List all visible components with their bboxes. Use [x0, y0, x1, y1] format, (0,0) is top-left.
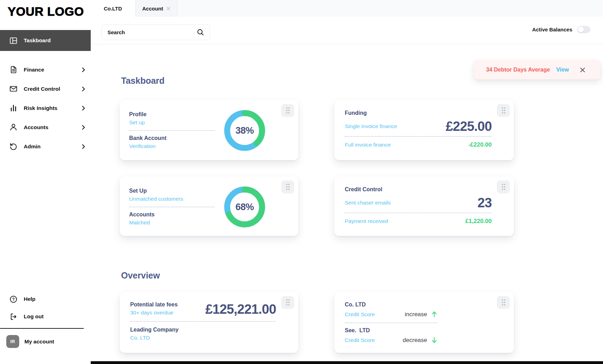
stat-label: Full invoice finance: [345, 142, 391, 148]
banner-close-icon[interactable]: [580, 67, 585, 73]
card-funding: Funding Single invoice finance £225.00 F…: [334, 100, 514, 160]
sidebar-item-admin[interactable]: Admin: [0, 137, 91, 156]
logout-icon: [9, 312, 18, 321]
sidebar-item-label: Log out: [24, 313, 44, 320]
sidebar-item-logout[interactable]: Log out: [0, 308, 91, 325]
sidebar-item-label: Finance: [24, 67, 44, 73]
tab-label: Account: [142, 6, 163, 12]
tab-close-icon[interactable]: [166, 7, 170, 10]
search-icon[interactable]: [196, 28, 204, 36]
active-balances-control: Active Balances: [532, 26, 590, 33]
stat-value: £225.00: [446, 120, 492, 133]
donut-percent-label: 68%: [224, 186, 266, 228]
avatar: IR: [6, 335, 19, 348]
dotted-divider: [345, 322, 437, 323]
document-icon: [9, 65, 18, 74]
card-entry: Profile Set up: [129, 111, 215, 126]
drag-handle-icon[interactable]: [497, 180, 510, 193]
entry-title: Co. LTD: [345, 302, 437, 308]
entry-subtitle: Co. LTD: [130, 335, 276, 341]
entry-title: Accounts: [129, 211, 215, 218]
sidebar-item-finance[interactable]: Finance: [0, 60, 91, 79]
sidebar-item-risk-insights[interactable]: Risk Insights: [0, 98, 91, 118]
my-account-label: My account: [24, 339, 54, 345]
stat-label: Payment received: [345, 218, 388, 224]
my-account-button[interactable]: IR My account: [6, 335, 54, 348]
drag-handle-icon[interactable]: [281, 180, 294, 193]
chevron-right-icon: [82, 144, 85, 149]
card-entry: Set Up Unmatched customers: [129, 188, 215, 202]
card-title: Credit Control: [345, 186, 504, 193]
sidebar-item-label: Taskboard: [24, 37, 51, 44]
card-credit-score-trends: Co. LTD Credit Score increase See. LTD C…: [334, 292, 514, 353]
active-balances-toggle[interactable]: [577, 26, 590, 33]
sidebar-item-help[interactable]: ? Help: [0, 290, 91, 308]
stat-value: £1,220.00: [465, 218, 492, 225]
entry-subtitle: Matched: [129, 220, 215, 226]
card-setup-accounts: Set Up Unmatched customers Accounts Matc…: [120, 176, 298, 236]
arrow-down-icon: [431, 336, 437, 344]
chevron-right-icon: [82, 87, 85, 91]
card-title: Funding: [345, 110, 504, 116]
chevron-right-icon: [82, 67, 85, 72]
stat-label: Sent chaser emails: [345, 200, 391, 206]
search-input[interactable]: [107, 29, 196, 35]
section-title-taskboard: Taskboard: [121, 76, 165, 86]
sidebar-item-credit-control[interactable]: Credit Control: [0, 79, 91, 98]
dotted-divider: [129, 207, 215, 207]
person-icon: [9, 123, 18, 132]
entry-title: See. LTD: [345, 327, 437, 334]
entry-title: Potential late fees: [130, 302, 178, 308]
dotted-divider: [129, 130, 215, 131]
trend-direction-label: increase: [405, 311, 427, 318]
sidebar-footer: ? Help Log out: [0, 290, 91, 325]
search-box: [101, 24, 210, 40]
entry-title: Profile: [129, 111, 215, 118]
sidebar-item-label: Risk Insights: [24, 105, 57, 111]
sidebar-item-label: Accounts: [24, 124, 49, 131]
entry-subtitle: Set up: [129, 119, 215, 126]
entry-subtitle: Unmatched customers: [129, 196, 215, 202]
card-credit-control: Credit Control Sent chaser emails 23 Pay…: [334, 176, 514, 236]
stat-value: 23: [477, 196, 492, 209]
drag-handle-icon[interactable]: [497, 104, 510, 117]
card-entry: Co. LTD Credit Score increase: [345, 302, 437, 318]
card-entry: See. LTD Credit Score decrease: [345, 327, 437, 344]
sidebar-item-accounts[interactable]: Accounts: [0, 118, 91, 137]
card-entry: Leading Company Co. LTD: [130, 327, 276, 341]
taskboard-icon: [9, 36, 18, 45]
sidebar-item-label: Credit Control: [24, 86, 60, 92]
stat-value: -£220.00: [468, 141, 492, 148]
bar-chart-icon: [9, 104, 18, 112]
debtor-days-banner: 34 Debtor Days Average View: [474, 60, 601, 80]
help-icon: ?: [9, 295, 18, 304]
drag-handle-icon[interactable]: [497, 296, 510, 309]
sidebar-item-label: Help: [24, 296, 36, 302]
top-tab-bar: Co.LTD Account: [91, 0, 603, 17]
completion-donut-chart: 38%: [224, 110, 266, 151]
sidebar-item-taskboard[interactable]: Taskboard: [0, 30, 91, 51]
card-potential-late-fees: Potential late fees 30+ days overdue £12…: [120, 292, 298, 353]
card-entry: Accounts Matched: [129, 211, 215, 226]
svg-text:?: ?: [12, 297, 15, 302]
dotted-divider: [130, 321, 276, 322]
tab-co-ltd[interactable]: Co.LTD: [91, 0, 135, 17]
card-profile-setup: Profile Set up Bank Account Verification…: [120, 100, 298, 160]
drag-handle-icon[interactable]: [281, 104, 294, 117]
header-toolbar: Active Balances: [91, 17, 603, 44]
tab-account[interactable]: Account: [135, 0, 177, 17]
history-icon: [9, 142, 18, 151]
arrow-up-icon: [431, 311, 437, 318]
chevron-right-icon: [82, 125, 85, 130]
banner-view-link[interactable]: View: [556, 67, 569, 73]
dotted-divider: [345, 213, 492, 213]
main-content: Taskboard Profile Set up Bank Account Ve…: [91, 44, 603, 364]
chevron-right-icon: [82, 106, 85, 111]
app-logo: YOUR LOGO: [8, 5, 84, 18]
stat-value: £125,221.00: [205, 303, 276, 316]
entry-subtitle: Verification: [129, 143, 215, 149]
active-balances-label: Active Balances: [532, 27, 572, 32]
banner-message: 34 Debtor Days Average: [486, 67, 550, 73]
drag-handle-icon[interactable]: [281, 296, 294, 309]
sidebar-divider: [0, 328, 84, 329]
